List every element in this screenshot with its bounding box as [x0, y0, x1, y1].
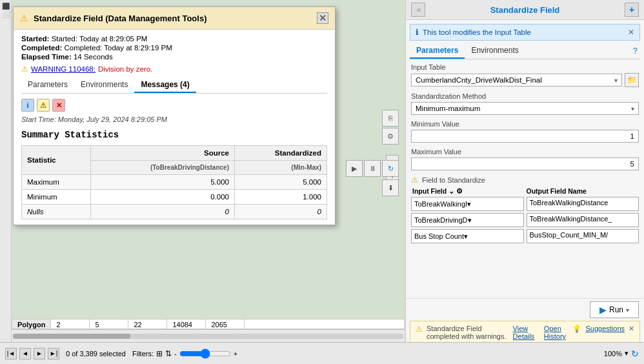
filter-icon[interactable]: ⊞	[156, 349, 163, 358]
field-row-3-output[interactable]: BusStop_Count_MIN_M/	[527, 229, 639, 243]
input-table-arrow: ▾	[614, 77, 618, 84]
stat-minimum: Minimum	[22, 190, 91, 205]
refresh-button[interactable]: ↻	[631, 349, 639, 359]
input-field-gear-icon[interactable]: ⚙	[456, 187, 463, 195]
input-table-select[interactable]: CumberlandCnty_DriveWalkDist_Final ▾	[411, 74, 622, 86]
table-row: Nulls 0 0	[22, 205, 327, 219]
warn-icon-small: ⚠	[21, 65, 28, 74]
field-row-2-output[interactable]: ToBreakWalkingDistance_	[527, 213, 639, 227]
map-expand-btn[interactable]: ⬇	[382, 179, 399, 196]
info-icon: ℹ	[416, 28, 419, 37]
dialog-body: Started: Started: Today at 8:29:05 PM Co…	[14, 30, 335, 225]
std-method-value: Minimum-maximum	[416, 105, 480, 112]
field-to-std-text: Field to Standardize	[422, 176, 485, 184]
gp-back-btn[interactable]: ◄	[411, 3, 425, 17]
run-label: Run	[609, 305, 623, 314]
nav-prev-btn[interactable]: ◄	[19, 348, 31, 359]
panel-title: Standardize Field	[425, 5, 625, 15]
nav-first-btn[interactable]: |◄	[5, 348, 17, 359]
std-method-arrow: ▾	[631, 105, 634, 112]
source-maximum: 5.000	[91, 175, 235, 190]
main-dialog: ⚠ Standardize Field (Data Management Too…	[13, 6, 336, 225]
completion-warn-text: Standardize Field completed with warning…	[427, 325, 509, 340]
toolbar-item-2[interactable]: ⬜	[2, 11, 10, 18]
stat-maximum: Maximum	[22, 175, 91, 190]
standardized-col-header: Standardized	[235, 146, 327, 161]
nav-next-btn[interactable]: ►	[34, 348, 45, 359]
input-table-value: CumberlandCnty_DriveWalkDist_Final	[416, 76, 542, 84]
geoprocessing-header: ◄ Standardize Field +	[406, 0, 644, 20]
field-row-3-input[interactable]: Bus Stop Count▾	[411, 229, 524, 243]
field-row-3: Bus Stop Count▾ BusStop_Count_MIN_M/	[411, 229, 639, 243]
view-details-link[interactable]: View Details	[513, 325, 536, 340]
std-method-select[interactable]: Minimum-maximum ▾	[411, 102, 639, 115]
summary-title: Summary Statistics	[21, 130, 327, 140]
tab-environments[interactable]: Environments	[74, 77, 134, 93]
gp-nav: ◄	[411, 3, 425, 17]
panel-tab-parameters[interactable]: Parameters	[410, 43, 465, 59]
col-val3: 22	[128, 319, 167, 329]
err-filter-btn[interactable]: ✕	[52, 99, 65, 112]
col-val4: 14084	[167, 319, 206, 329]
toolbar-item-1[interactable]: ⬛	[2, 3, 10, 10]
panel-tab-environments[interactable]: Environments	[465, 43, 525, 59]
min-value-input[interactable]	[411, 130, 639, 143]
warning-bar-close-btn[interactable]: ✕	[629, 325, 634, 333]
map-play-btn[interactable]: ▶	[346, 160, 363, 177]
zoom-dropdown[interactable]: ▾	[625, 349, 629, 358]
col-type: Polygon	[12, 319, 51, 329]
zoom-section: 100% ▾ ↻	[604, 349, 639, 359]
completed-row: Completed: Completed: Today at 8:29:19 P…	[21, 44, 327, 52]
warn-filter-btn[interactable]: ⚠	[37, 99, 50, 112]
input-table-label: Input Table	[411, 63, 639, 71]
std-method-group: Standardization Method Minimum-maximum ▾	[411, 92, 639, 115]
zoom-slider[interactable]	[179, 349, 231, 359]
source-nulls: 0	[91, 205, 235, 219]
panel-help-btn[interactable]: ?	[630, 43, 640, 59]
statistics-table: Statistic Source Standardized (ToBreakDr…	[21, 145, 327, 219]
dialog-close-button[interactable]: ✕	[317, 12, 328, 24]
zoom-level: 100%	[604, 350, 622, 358]
run-section: ▶ Run ▾	[406, 298, 644, 321]
warning-link[interactable]: WARNING 110468:	[31, 65, 96, 73]
field-row-1-input[interactable]: ToBreakWalkingI▾	[411, 197, 524, 211]
field-row-1-output[interactable]: ToBreakWalkingDistance	[527, 197, 639, 211]
warning-row: ⚠ WARNING 110468: Division by zero.	[21, 65, 327, 74]
col-val2: 5	[90, 319, 128, 329]
run-play-icon: ▶	[599, 305, 607, 315]
panel-body: Input Table CumberlandCnty_DriveWalkDist…	[406, 59, 644, 298]
stat-col-header: Statistic	[22, 146, 91, 175]
tab-messages[interactable]: Messages (4)	[134, 77, 196, 93]
warning-text: Division by zero.	[98, 65, 152, 73]
dash-sep2: +	[234, 350, 237, 358]
col-val5: 2065	[206, 319, 245, 329]
field-row-2: ToBreakDrivingD▾ ToBreakWalkingDistance_	[411, 213, 639, 227]
info-close-btn[interactable]: ✕	[628, 28, 634, 37]
suggestions-link[interactable]: Suggestions	[585, 325, 625, 332]
gp-add-btn[interactable]: +	[625, 3, 639, 17]
run-button[interactable]: ▶ Run ▾	[590, 301, 639, 318]
completion-warning-bar: ⚠ Standardize Field completed with warni…	[410, 321, 640, 344]
field-row-2-input[interactable]: ToBreakDrivingD▾	[411, 213, 524, 227]
input-table-group: Input Table CumberlandCnty_DriveWalkDist…	[411, 63, 639, 87]
info-filter-btn[interactable]: i	[21, 99, 34, 112]
panel-tabs: Parameters Environments ?	[410, 43, 640, 59]
map-pause-btn[interactable]: ⏸	[364, 160, 381, 177]
started-row: Started: Started: Today at 8:29:05 PM	[21, 35, 327, 43]
right-panel: ◄ Standardize Field + ℹ This tool modifi…	[405, 0, 644, 364]
dialog-titlebar: ⚠ Standardize Field (Data Management Too…	[14, 7, 335, 30]
open-history-link[interactable]: Open History	[544, 325, 569, 340]
map-refresh-btn[interactable]: ↻	[382, 160, 399, 177]
nav-last-btn[interactable]: ►|	[48, 348, 59, 359]
dialog-tabs: Parameters Environments Messages (4)	[21, 77, 327, 94]
table-row: Minimum 0.000 1.000	[22, 190, 327, 205]
map-tool-btn[interactable]: ⚙	[382, 128, 399, 145]
nav-controls: |◄ ◄ ► ►|	[5, 348, 59, 359]
sort-icon[interactable]: ⇅	[165, 349, 172, 358]
tab-parameters[interactable]: Parameters	[21, 77, 74, 93]
input-table-folder-btn[interactable]: 📁	[625, 73, 639, 87]
map-copy-btn[interactable]: ⎘	[382, 110, 399, 126]
max-value-label: Maximum Value	[411, 148, 639, 156]
max-value-input[interactable]	[411, 157, 639, 170]
run-dropdown-arrow[interactable]: ▾	[626, 307, 629, 314]
